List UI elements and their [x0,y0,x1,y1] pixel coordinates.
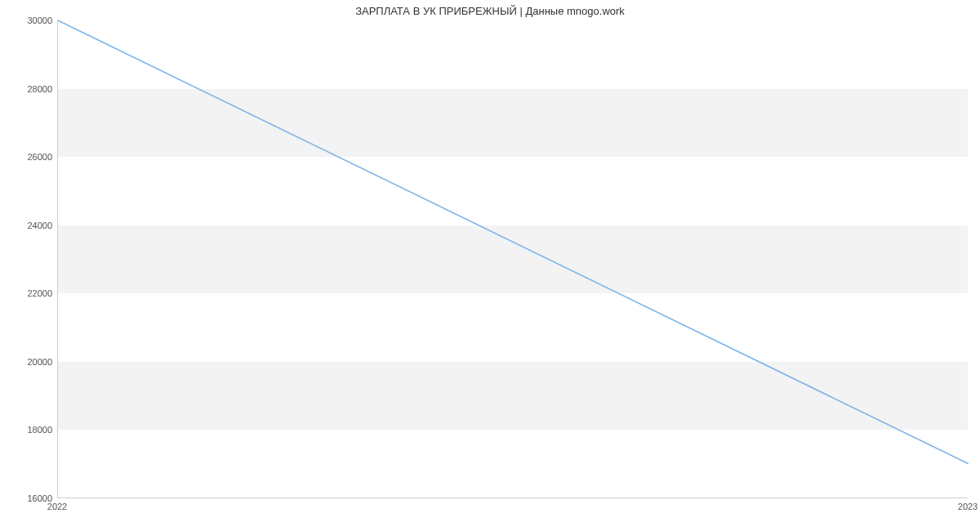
x-tick-label: 2022 [47,502,67,511]
y-tick-label: 16000 [7,493,52,503]
y-tick-label: 22000 [7,288,52,298]
series-line [58,20,968,463]
line-chart: ЗАРПЛАТА В УК ПРИБРЕЖНЫЙ | Данные mnogo.… [0,0,980,531]
x-tick-label: 2023 [958,502,978,511]
chart-title: ЗАРПЛАТА В УК ПРИБРЕЖНЫЙ | Данные mnogo.… [0,5,980,17]
plot-area [57,20,968,498]
y-tick-label: 30000 [7,16,52,25]
y-tick-label: 26000 [7,152,52,162]
y-tick-label: 24000 [7,221,52,230]
y-tick-label: 18000 [7,425,52,435]
y-tick-label: 28000 [7,84,52,94]
chart-line-layer [58,20,968,498]
y-tick-label: 20000 [7,357,52,367]
